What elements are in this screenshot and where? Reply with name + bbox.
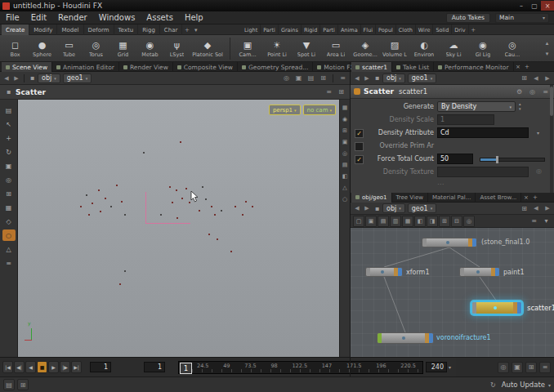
path-node-dropdown[interactable]: geo1▾: [63, 74, 92, 83]
pane-tab-composite-view[interactable]: Composite View: [173, 62, 238, 72]
net-quickview-menu-icon[interactable]: ≡: [539, 362, 551, 373]
grid-snap-icon[interactable]: ⊞: [318, 73, 328, 83]
display-list-icon[interactable]: ▤: [341, 160, 350, 170]
frame-ruler[interactable]: 1 24.5 49 73.5 98 122.5 147 171.5 196 22…: [178, 361, 423, 374]
pin-icon[interactable]: ◎: [527, 87, 538, 97]
tool-spot-light[interactable]: ▼Spot Li: [292, 35, 321, 62]
force-total-slider[interactable]: [480, 158, 545, 162]
shelf-tab-model[interactable]: Model: [57, 24, 83, 35]
frame-start-field[interactable]: 1: [90, 362, 111, 372]
pane-tab-scatter1[interactable]: scatter1: [351, 62, 392, 72]
tool-metaball[interactable]: ◉Metab: [136, 35, 163, 62]
node-display-flag[interactable]: [429, 333, 433, 343]
display-camera-icon[interactable]: ▣: [341, 137, 350, 147]
auto-takes-button[interactable]: Auto Takes: [446, 13, 490, 23]
node-body[interactable]: [370, 268, 394, 276]
shelf-tab-rigid[interactable]: Rigid: [302, 24, 320, 35]
current-frame-field[interactable]: 1: [144, 362, 165, 372]
node-display-flag[interactable]: [495, 268, 499, 276]
shelf-tab-particles[interactable]: Parti: [261, 24, 279, 35]
grid-icon[interactable]: ⊞: [519, 203, 529, 214]
node-xform1[interactable]: [365, 267, 403, 277]
net-tool-icon-7[interactable]: ⊞: [439, 216, 450, 227]
maximize-button[interactable]: ▢: [528, 1, 541, 11]
node-display-flag[interactable]: [398, 268, 402, 276]
play-reverse-button[interactable]: ◀: [25, 361, 36, 373]
shelf-tab-create[interactable]: Create: [2, 24, 29, 35]
shelf-tab-lights[interactable]: Light: [242, 24, 261, 35]
options-tool[interactable]: ≡: [2, 257, 16, 269]
tool-volume-light[interactable]: ▨Volume L: [380, 35, 409, 62]
tool-area-light[interactable]: ▭Area Li: [321, 35, 351, 62]
scene-viewport[interactable]: persp1 ▾ no cam ▾ y: [18, 100, 339, 357]
network-tab-material-palette[interactable]: Material Pal...: [428, 193, 476, 203]
network-tab-obj-geo1[interactable]: obj/geo1: [351, 193, 392, 203]
take-selector[interactable]: Main ▾: [495, 13, 549, 23]
update-mode-selector[interactable]: Auto Update: [502, 381, 545, 389]
override-prim-checkbox[interactable]: [355, 142, 364, 151]
tool-sphere[interactable]: ●Sphere: [29, 35, 56, 62]
shelf-add-tab-button[interactable]: +: [182, 25, 191, 34]
pane-tab-close-button-2[interactable]: ×: [514, 63, 523, 72]
net-tool-icon-4[interactable]: ▦: [402, 216, 413, 227]
path-forward-button[interactable]: ▶: [11, 74, 21, 83]
net-quickview-grid-icon[interactable]: ⊞: [525, 362, 537, 373]
play-button[interactable]: ▶: [48, 361, 59, 373]
network-tab-close-button[interactable]: ×: [521, 193, 530, 202]
net-tool-icon-3[interactable]: ▥: [390, 216, 401, 227]
pane-tab-geometry-spreadsheet[interactable]: Geometry Spread...: [238, 62, 313, 72]
geometry-tool[interactable]: ◇: [2, 216, 16, 227]
status-grid-icon[interactable]: ⊞: [17, 379, 29, 390]
shelf-tab-fluids[interactable]: Flui: [361, 24, 376, 35]
close-button[interactable]: ×: [541, 1, 554, 11]
node-display-flag[interactable]: [472, 238, 476, 247]
move-tool[interactable]: +: [2, 132, 16, 144]
step-back-button[interactable]: ◀|: [14, 361, 25, 373]
net-quickview-camera-icon[interactable]: ▣: [512, 362, 523, 373]
force-total-checkbox[interactable]: ✓: [355, 155, 364, 164]
pane-menu-icon[interactable]: ≡: [337, 73, 348, 83]
net-tool-icon-5[interactable]: ◧: [414, 216, 426, 227]
pager-right-button[interactable]: ▶: [543, 203, 552, 213]
tool-caustic-light[interactable]: ◎Cau...: [498, 35, 527, 62]
camera-icon[interactable]: ▣: [293, 73, 304, 83]
stop-button[interactable]: ■: [37, 361, 47, 373]
path-node-dropdown[interactable]: geo1▾: [408, 74, 437, 83]
shelf-tab-deform[interactable]: Deform: [84, 24, 114, 35]
step-forward-button[interactable]: |▶: [60, 361, 70, 373]
net-tool-icon-0[interactable]: ▢: [353, 216, 364, 227]
points-tool[interactable]: △: [2, 243, 16, 255]
pane-divider[interactable]: [350, 62, 351, 376]
node-body[interactable]: [382, 333, 425, 343]
rotate-tool[interactable]: ↻: [2, 146, 16, 158]
pager-left-button[interactable]: ◀: [531, 203, 541, 213]
net-quickview-eye-icon[interactable]: ◎: [498, 362, 509, 373]
menu-render[interactable]: Render: [52, 11, 93, 24]
net-tool-icon-1[interactable]: ▣: [365, 216, 377, 227]
shelf-tab-populate[interactable]: Popul: [376, 24, 396, 35]
shelf-tab-drive[interactable]: Driv: [452, 24, 468, 35]
path-back-button[interactable]: ◀: [2, 74, 11, 83]
tool-tube[interactable]: ▭Tube: [56, 35, 83, 62]
shelf-scroll-up-button[interactable]: ▴: [543, 38, 552, 47]
pane-tab-performance-monitor[interactable]: Performance Monitor: [434, 62, 513, 72]
tool-torus[interactable]: ◎Torus: [83, 35, 109, 62]
tool-box[interactable]: ◻Box: [2, 35, 29, 62]
display-wire-icon[interactable]: △: [341, 183, 350, 193]
list-icon[interactable]: ▤: [306, 73, 316, 83]
shelf-tab-particlefluids[interactable]: Parti: [320, 24, 338, 35]
display-points-icon[interactable]: ◉: [341, 114, 350, 124]
select-tool[interactable]: ↖: [2, 118, 16, 130]
node-paint1[interactable]: [459, 267, 500, 277]
display-grid-icon[interactable]: ⊞: [341, 126, 350, 136]
network-tab-asset-browser[interactable]: Asset Brow...: [476, 193, 521, 203]
menu-assets[interactable]: Assets: [141, 11, 179, 24]
path-node-dropdown[interactable]: geo1▾: [408, 203, 437, 213]
net-tool-icon-8[interactable]: ⊟: [451, 216, 462, 227]
node-voronoifracture1[interactable]: [377, 332, 434, 344]
net-menu-icon[interactable]: ≡: [529, 216, 539, 226]
tool-gi-light[interactable]: ◉GI Lig: [468, 35, 498, 62]
pane-tab-add-button-2[interactable]: +: [523, 63, 532, 72]
network-tab-tree-view[interactable]: Tree View: [392, 193, 428, 203]
shelf-tab-wire[interactable]: Wire: [416, 24, 434, 35]
